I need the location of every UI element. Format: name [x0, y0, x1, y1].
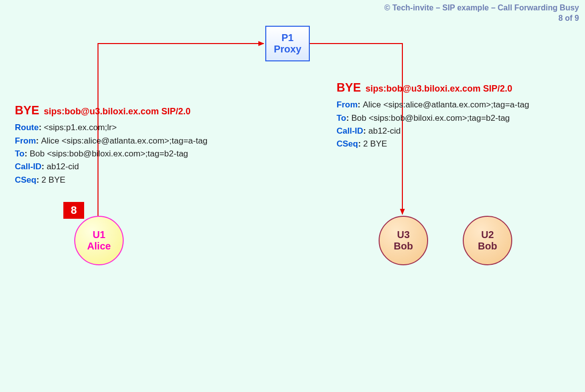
sip-header-separator: :: [36, 136, 41, 146]
sip-header-row: To: Bob <sips:bob@biloxi.ex.com>;tag=b2-…: [15, 147, 252, 160]
sip-header-row: Call-ID: ab12-cid: [337, 125, 569, 138]
sip-headers-right: From: Alice <sips:alice@atlanta.ex.com>;…: [337, 98, 569, 150]
node-bob-u3-label-1: U3: [397, 229, 410, 241]
proxy-label-2: Proxy: [274, 44, 301, 55]
node-bob-u2-label-2: Bob: [478, 241, 497, 252]
step-badge: 8: [63, 202, 84, 219]
copyright-block: © Tech-invite – SIP example – Call Forwa…: [384, 3, 579, 24]
sip-header-separator: :: [346, 113, 351, 123]
sip-header-name: To: [15, 149, 25, 158]
sip-header-name: Call-ID: [15, 162, 42, 171]
node-bob-u3-label-2: Bob: [394, 241, 413, 252]
sip-header-value: Alice <sips:alice@atlanta.ex.com>;tag=a-…: [41, 136, 207, 146]
sip-header-separator: :: [358, 100, 363, 109]
sip-header-value: 2 BYE: [42, 175, 65, 185]
sip-header-value: ab12-cid: [47, 162, 79, 171]
sip-request-uri-left: sips:bob@u3.biloxi.ex.com SIP/2.0: [44, 106, 191, 116]
node-alice: U1 Alice: [74, 216, 124, 265]
node-bob-u3: U3 Bob: [379, 216, 428, 265]
sip-header-name: To: [337, 113, 346, 123]
sip-header-value: 2 BYE: [363, 139, 387, 148]
sip-header-value: Alice <sips:alice@atlanta.ex.com>;tag=a-…: [363, 100, 529, 109]
sip-request-line-left: BYE sips:bob@u3.biloxi.ex.com SIP/2.0: [15, 101, 252, 119]
node-bob-u2: U2 Bob: [463, 216, 512, 265]
sip-header-name: Route: [15, 123, 39, 132]
step-badge-number: 8: [71, 204, 77, 217]
sip-header-separator: :: [42, 162, 47, 171]
node-bob-u2-label-1: U2: [481, 229, 494, 241]
sip-request-line-right: BYE sips:bob@u3.biloxi.ex.com SIP/2.0: [337, 78, 569, 97]
sip-header-separator: :: [25, 149, 30, 158]
sip-message-right: BYE sips:bob@u3.biloxi.ex.com SIP/2.0 Fr…: [337, 78, 569, 151]
copyright-line-2: 8 of 9: [384, 13, 579, 24]
sip-header-row: To: Bob <sips:bob@biloxi.ex.com>;tag=b2-…: [337, 112, 569, 125]
proxy-label-1: P1: [282, 32, 293, 44]
sip-header-name: CSeq: [337, 139, 358, 148]
sip-header-name: CSeq: [15, 175, 36, 185]
sip-header-value: Bob <sips:bob@biloxi.ex.com>;tag=b2-tag: [30, 149, 188, 158]
sip-request-uri-right: sips:bob@u3.biloxi.ex.com SIP/2.0: [365, 84, 512, 94]
proxy-node: P1 Proxy: [265, 26, 310, 61]
sip-header-value: ab12-cid: [368, 126, 400, 136]
sip-header-row: From: Alice <sips:alice@atlanta.ex.com>;…: [15, 135, 252, 147]
node-alice-label-2: Alice: [87, 241, 111, 252]
sip-header-name: From: [337, 100, 358, 109]
node-alice-label-1: U1: [93, 229, 105, 241]
sip-header-separator: :: [358, 139, 363, 148]
sip-method-left: BYE: [15, 103, 39, 117]
sip-method-right: BYE: [337, 81, 361, 94]
sip-headers-left: Route: <sips:p1.ex.com;lr>From: Alice <s…: [15, 121, 252, 187]
sip-header-value: <sips:p1.ex.com;lr>: [44, 123, 117, 132]
sip-header-row: CSeq: 2 BYE: [15, 174, 252, 187]
sip-header-value: Bob <sips:bob@biloxi.ex.com>;tag=b2-tag: [351, 113, 510, 123]
diagram-stage: © Tech-invite – SIP example – Call Forwa…: [0, 0, 585, 392]
sip-header-name: Call-ID: [337, 126, 363, 136]
sip-header-separator: :: [36, 175, 41, 185]
sip-header-row: Route: <sips:p1.ex.com;lr>: [15, 121, 252, 134]
copyright-line-1: © Tech-invite – SIP example – Call Forwa…: [384, 3, 579, 13]
sip-header-row: From: Alice <sips:alice@atlanta.ex.com>;…: [337, 98, 569, 111]
sip-header-row: CSeq: 2 BYE: [337, 138, 569, 150]
sip-header-separator: :: [363, 126, 368, 136]
sip-header-separator: :: [39, 123, 44, 132]
sip-header-row: Call-ID: ab12-cid: [15, 160, 252, 173]
sip-header-name: From: [15, 136, 36, 146]
sip-message-left: BYE sips:bob@u3.biloxi.ex.com SIP/2.0 Ro…: [15, 101, 252, 187]
